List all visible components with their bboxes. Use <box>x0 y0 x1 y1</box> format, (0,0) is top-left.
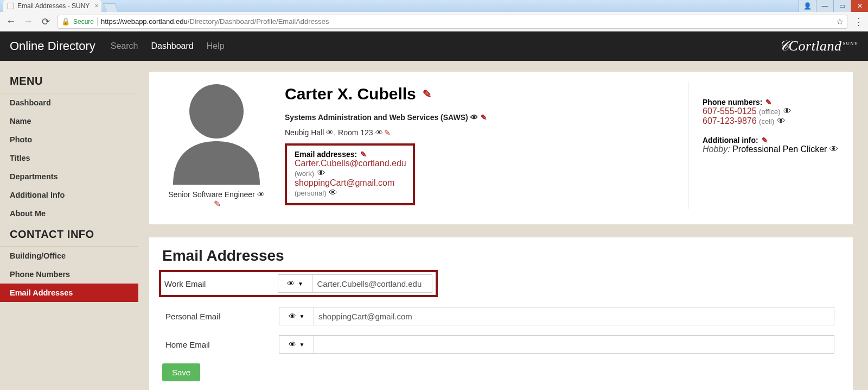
email-link[interactable]: Carter.Cubells@cortland.edu <box>295 159 406 168</box>
work-email-label: Work Email <box>161 279 278 288</box>
cortland-logo: 𝒞CortlandSUNY <box>778 38 858 54</box>
page-root: Online Directory Search Dashboard Help 𝒞… <box>0 32 868 390</box>
browser-menu-icon[interactable]: ⋮ <box>854 16 863 28</box>
eye-icon[interactable]: 👁 <box>375 128 383 137</box>
tab-title: Email Addresses - SUNY <box>17 2 90 10</box>
email-form-card: Email Addresses Work Email 👁▼ Personal E… <box>149 237 853 390</box>
lock-icon: 🔒 <box>61 17 70 26</box>
visibility-dropdown[interactable]: 👁▼ <box>278 274 312 293</box>
sidebar-menu-list: Dashboard Name Photo Titles Departments … <box>0 93 138 223</box>
edit-icon[interactable]: ✎ <box>762 136 768 144</box>
user-icon[interactable]: 👤 <box>799 0 816 12</box>
reload-button[interactable]: ⟳ <box>40 16 51 28</box>
nav-search[interactable]: Search <box>111 41 138 51</box>
main-content: Senior Software Engineer 👁 ✎ Carter X. C… <box>138 61 868 390</box>
edit-icon[interactable]: ✎ <box>765 98 772 106</box>
sidebar-item-phone[interactable]: Phone Numbers <box>0 265 138 284</box>
edit-icon[interactable]: ✎ <box>214 199 221 209</box>
sidebar-contact-list: Building/Office Phone Numbers Email Addr… <box>0 247 138 302</box>
sidebar-item-email[interactable]: Email Addresses <box>0 284 138 302</box>
profile-card: Senior Software Engineer 👁 ✎ Carter X. C… <box>149 72 853 224</box>
browser-tabstrip: Email Addresses - SUNY × 👤 — ▭ ✕ <box>0 0 868 12</box>
location-line: Neubig Hall 👁, Room 123 👁✎ <box>285 128 674 137</box>
eye-icon[interactable]: 👁 <box>326 128 334 137</box>
edit-icon[interactable]: ✎ <box>384 128 391 137</box>
separator <box>97 17 98 26</box>
new-tab-button[interactable] <box>103 3 118 12</box>
avatar-column: Senior Software Engineer 👁 ✎ <box>162 81 271 209</box>
svg-point-0 <box>189 84 244 139</box>
browser-tab[interactable]: Email Addresses - SUNY × <box>3 0 101 12</box>
nav-dashboard[interactable]: Dashboard <box>151 41 193 51</box>
edit-icon[interactable]: ✎ <box>481 113 487 122</box>
phone-row: 607-123-9876 (cell) 👁 <box>703 116 840 126</box>
save-button[interactable]: Save <box>162 363 200 381</box>
sidebar-item-dashboard[interactable]: Dashboard <box>0 93 138 112</box>
caret-down-icon: ▼ <box>298 281 303 287</box>
personal-email-row: Personal Email 👁▼ <box>162 307 840 325</box>
home-email-input[interactable] <box>314 335 834 354</box>
home-email-label: Home Email <box>162 340 279 349</box>
eye-icon[interactable]: 👁 <box>777 116 784 126</box>
eye-icon: 👁 <box>287 279 295 288</box>
visibility-dropdown[interactable]: 👁▼ <box>279 307 314 325</box>
email-summary-header: Email addresses: ✎ <box>295 150 405 159</box>
profile-right-column: Phone numbers: ✎ 607-555-0125 (office) 👁… <box>688 81 840 209</box>
forward-button: → <box>23 16 34 27</box>
sidebar-item-building[interactable]: Building/Office <box>0 247 138 265</box>
eye-icon: 👁 <box>289 340 296 349</box>
tab-close-icon[interactable]: × <box>94 2 98 10</box>
department-line: Systems Administration and Web Services … <box>285 113 674 122</box>
sidebar: MENU Dashboard Name Photo Titles Departm… <box>0 61 138 390</box>
eye-icon: 👁 <box>289 312 296 320</box>
avatar-placeholder-icon <box>162 81 271 185</box>
window-maximize[interactable]: ▭ <box>833 0 851 12</box>
profile-details: Carter X. Cubells ✎ Systems Administrati… <box>285 81 674 209</box>
eye-icon[interactable]: 👁 <box>783 106 790 116</box>
eye-icon[interactable]: 👁 <box>829 144 837 154</box>
eye-icon[interactable]: 👁 <box>329 188 336 198</box>
profile-name: Carter X. Cubells ✎ <box>285 85 674 103</box>
additional-info-section: Additional info: ✎ Hobby: Professional P… <box>703 136 840 154</box>
work-email-row: Work Email 👁▼ <box>159 270 438 297</box>
secure-label: Secure <box>73 18 94 26</box>
window-minimize[interactable]: — <box>816 0 833 12</box>
personal-email-input[interactable] <box>314 307 834 325</box>
sidebar-item-about-me[interactable]: About Me <box>0 204 138 223</box>
site-navbar: Online Directory Search Dashboard Help 𝒞… <box>0 32 868 61</box>
sidebar-heading-menu: MENU <box>0 70 138 93</box>
sidebar-item-additional-info[interactable]: Additional Info <box>0 186 138 204</box>
sidebar-item-photo[interactable]: Photo <box>0 130 138 149</box>
edit-icon[interactable]: ✎ <box>423 87 432 100</box>
nav-help[interactable]: Help <box>207 41 225 51</box>
job-title: Senior Software Engineer 👁 <box>162 190 271 199</box>
phone-row: 607-555-0125 (office) 👁 <box>703 106 840 116</box>
home-email-row: Home Email 👁▼ <box>162 335 840 354</box>
edit-icon[interactable]: ✎ <box>360 150 367 159</box>
visibility-dropdown[interactable]: 👁▼ <box>279 335 314 354</box>
form-heading: Email Addresses <box>162 247 840 265</box>
eye-icon[interactable]: 👁 <box>257 190 265 199</box>
window-close[interactable]: ✕ <box>851 0 868 12</box>
email-row: Carter.Cubells@cortland.edu (work) 👁 <box>295 159 405 178</box>
email-summary-box: Email addresses: ✎ Carter.Cubells@cortla… <box>285 143 415 205</box>
eye-icon[interactable]: 👁 <box>317 168 324 178</box>
address-bar[interactable]: 🔒 Secure https://webapp.cortland.edu/Dir… <box>58 15 847 29</box>
back-button[interactable]: ← <box>5 16 16 27</box>
eye-icon[interactable]: 👁 <box>470 113 478 122</box>
email-link[interactable]: shoppingCart@gmail.com <box>295 178 394 187</box>
sidebar-heading-contact: CONTACT INFO <box>0 223 138 246</box>
site-brand[interactable]: Online Directory <box>10 39 95 53</box>
page-icon <box>8 3 14 9</box>
sidebar-item-departments[interactable]: Departments <box>0 167 138 186</box>
sidebar-item-titles[interactable]: Titles <box>0 149 138 167</box>
window-controls: 👤 — ▭ ✕ <box>799 0 868 12</box>
work-email-input[interactable] <box>312 274 432 293</box>
bookmark-star-icon[interactable]: ☆ <box>836 16 844 27</box>
sidebar-item-name[interactable]: Name <box>0 112 138 130</box>
browser-toolbar: ← → ⟳ 🔒 Secure https://webapp.cortland.e… <box>0 12 868 32</box>
url-text: https://webapp.cortland.edu/Directory/Da… <box>101 17 329 26</box>
caret-down-icon: ▼ <box>299 313 305 319</box>
email-row: shoppingCart@gmail.com (personal) 👁 <box>295 178 405 198</box>
personal-email-label: Personal Email <box>162 312 279 321</box>
